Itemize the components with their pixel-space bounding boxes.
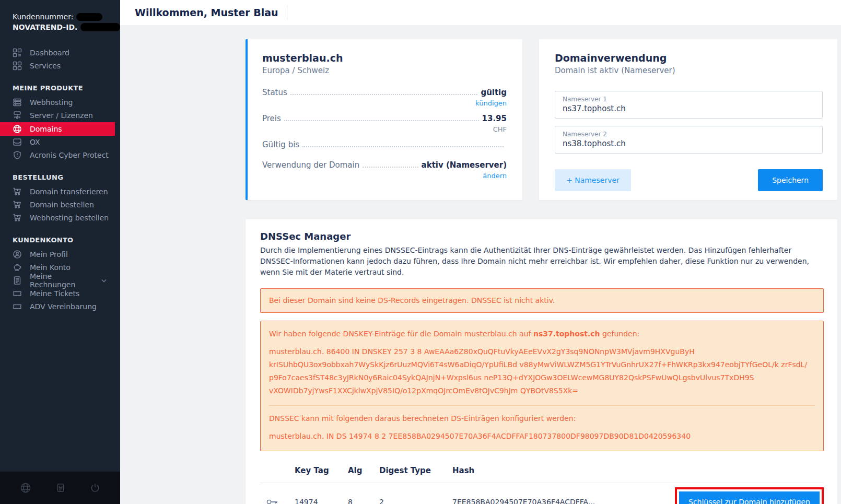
row-label: Verwendung der Domain	[262, 160, 359, 170]
domain-card: musterblau.ch Europa / Schweiz Status gü…	[246, 39, 522, 200]
section-bestellung: BESTELLUNG	[0, 162, 120, 185]
sidebar-item-domain-bestellen[interactable]: Domain bestellen	[0, 198, 120, 212]
usage-card-title: Domainverwendung	[555, 52, 823, 64]
icon-column-header	[260, 466, 295, 475]
sidebar-item-webhosting-bestellen[interactable]: Webhosting bestellen	[0, 212, 120, 225]
ticket-icon	[13, 302, 22, 311]
sidebar-item-label: Domain transferieren	[30, 187, 108, 196]
sidebar-item-label: Server / Lizenzen	[30, 111, 93, 120]
table-row: 14974 8 2 7EE858BA0294507E70A36F4ACDFFA.…	[260, 487, 824, 504]
sidebar-item-mein-profil[interactable]: Mein Profil	[0, 248, 120, 261]
alert-divider	[269, 405, 815, 406]
valid-until-row: Gültig bis	[262, 140, 507, 149]
change-usage-link[interactable]: ändern	[262, 172, 507, 180]
sidebar-item-label: Services	[30, 62, 61, 70]
domain-usage-row: Verwendung der Domain aktiv (Nameserver)	[262, 160, 507, 170]
redacted-customer-number	[76, 13, 102, 21]
sidebar-item-ox[interactable]: OX	[0, 136, 120, 149]
sidebar-item-label: Meine Tickets	[30, 289, 79, 298]
dotted-leader	[302, 146, 504, 147]
domain-detail-rows: Status gültig kündigen Preis 13.95 CHF G…	[262, 88, 507, 180]
keytag-value: 14974	[295, 498, 348, 504]
nameserver-1-input[interactable]	[563, 103, 815, 113]
add-key-to-domain-button[interactable]: Schlüssel zur Domain hinzufügen	[679, 491, 820, 504]
top-cards-row: musterblau.ch Europa / Schweiz Status gü…	[246, 39, 837, 200]
alg-header: Alg	[348, 466, 379, 475]
hash-value: 7EE858BA0294507E70A36F4ACDFFA...	[452, 498, 669, 504]
alg-value: 8	[348, 498, 379, 504]
price-row: Preis 13.95	[262, 114, 507, 123]
sidebar-item-adv-vereinbarung[interactable]: ADV Vereinbarung	[0, 300, 120, 313]
found-prefix: Wir haben folgende DNSKEY-Einträge für d…	[269, 330, 533, 338]
status-row: Status gültig	[262, 88, 507, 97]
piggy-bank-icon	[13, 263, 22, 272]
row-value: gültig	[481, 88, 507, 97]
nameserver-2-field[interactable]: Nameserver 2	[555, 126, 823, 154]
sidebar-item-domains[interactable]: Domains	[0, 122, 115, 136]
dnskey-record-block: musterblau.ch. 86400 IN DNSKEY 257 3 8 A…	[269, 346, 815, 396]
services-icon	[13, 61, 22, 71]
sidebar-item-label: Domains	[30, 125, 62, 133]
redacted-novatrend-id	[80, 23, 120, 31]
dnskey-found-sentence: Wir haben folgende DNSKEY-Einträge für d…	[269, 329, 815, 339]
digest-type-value: 2	[379, 498, 452, 504]
dnskey-line: krISUhbQU3ox9obbxah7WySkKjz6rUuzMQVi6T4s…	[269, 359, 815, 370]
sidebar-item-webhosting[interactable]: Webhosting	[0, 96, 120, 109]
sidebar-item-label: Webhosting bestellen	[30, 214, 109, 222]
shield-icon	[13, 150, 22, 160]
row-value: aktiv (Nameserver)	[422, 160, 507, 170]
section-kundenkonto: KUNDENKONTO	[0, 225, 120, 248]
found-suffix: gefunden:	[600, 330, 640, 338]
cancel-domain-link[interactable]: kündigen	[262, 99, 507, 107]
nameserver-1-field[interactable]: Nameserver 1	[555, 91, 823, 119]
sidebar-item-server-lizenzen[interactable]: Server / Lizenzen	[0, 109, 120, 122]
dnskey-line: p9Fo7caes3fST48c3yJRkN0y6Raic04SykQAJnjN…	[269, 372, 815, 383]
key-icon	[260, 499, 295, 504]
dashboard-icon	[13, 48, 22, 57]
invoice-icon	[13, 276, 22, 285]
row-label: Preis	[262, 114, 281, 123]
sidebar-item-domain-transferieren[interactable]: Domain transferieren	[0, 185, 120, 198]
save-button[interactable]: Speichern	[758, 169, 823, 191]
dnskey-line: vXOWIDb7yjYwsF1XXCjklwXpjV85IQ/o12pXmqOJ…	[269, 385, 815, 396]
logout-power-icon[interactable]	[90, 483, 100, 493]
sidebar-item-acronis[interactable]: Acronis Cyber Protect	[0, 149, 120, 162]
sidebar-item-label: Meine Rechnungen	[30, 272, 94, 289]
dotted-leader	[284, 120, 479, 121]
hash-header: Hash	[452, 466, 824, 475]
sidebar-item-services[interactable]: Services	[0, 60, 120, 73]
network-server-icon	[13, 111, 22, 120]
nameserver-2-label: Nameserver 2	[563, 131, 815, 138]
table-header-row: Key Tag Alg Digest Type Hash	[260, 466, 824, 483]
nameserver-2-input[interactable]	[563, 138, 815, 148]
row-label: Gültig bis	[262, 140, 299, 149]
sidebar: Kundennummer: NOVATREND-ID. Dashboard	[0, 0, 120, 504]
language-globe-icon[interactable]	[20, 482, 31, 494]
alert-text: Bei dieser Domain sind keine DS-Records …	[269, 296, 555, 304]
sidebar-item-dashboard[interactable]: Dashboard	[0, 46, 120, 60]
dotted-leader	[290, 94, 478, 95]
news-document-icon[interactable]	[55, 483, 66, 493]
dnskey-found-alert: Wir haben folgende DNSKEY-Einträge für d…	[260, 321, 824, 451]
sidebar-item-meine-rechnungen[interactable]: Meine Rechnungen	[0, 274, 120, 287]
chevron-down-icon[interactable]	[101, 279, 107, 283]
page-title: Willkommen, Muster Blau	[135, 7, 278, 18]
domain-region: Europa / Schweiz	[262, 66, 507, 75]
sidebar-item-meine-tickets[interactable]: Meine Tickets	[0, 287, 120, 300]
dnssec-title: DNSSec Manager	[260, 231, 824, 242]
sidebar-item-label: Acronis Cyber Protect	[30, 151, 109, 159]
ds-record: musterblau.ch. IN DS 14974 8 2 7EE858BA0…	[269, 431, 815, 441]
row-value: 13.95	[482, 114, 507, 123]
nameserver-1-label: Nameserver 1	[563, 96, 815, 103]
sidebar-footer	[0, 472, 120, 504]
dotted-leader	[363, 167, 418, 168]
domain-name: musterblau.ch	[262, 52, 507, 64]
dnssec-manager-card: DNSSec Manager Durch die Implementierung…	[246, 219, 837, 504]
add-nameserver-button[interactable]: + Nameserver	[555, 169, 631, 191]
ds-intro: DNSSEC kann mit folgenden daraus berechn…	[269, 413, 815, 424]
section-meine-produkte: MEINE PRODUKTE	[0, 73, 120, 96]
sidebar-item-label: ADV Vereinbarung	[30, 302, 97, 311]
sidebar-item-label: Dashboard	[30, 49, 69, 57]
customer-block: Kundennummer: NOVATREND-ID.	[0, 0, 120, 33]
keytag-header: Key Tag	[295, 466, 348, 475]
